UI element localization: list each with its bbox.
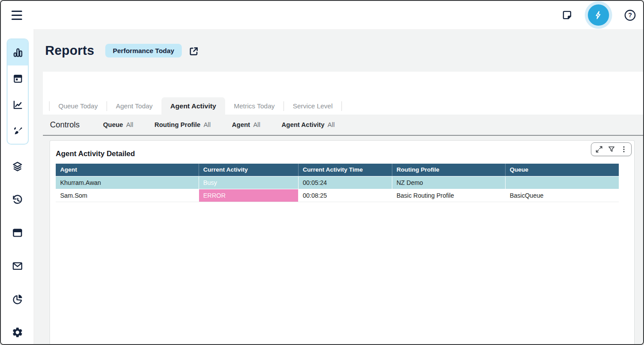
sidebar-item-layers[interactable] <box>12 161 23 172</box>
filter-agent-activity[interactable]: Agent Activity All <box>282 121 335 128</box>
help-icon[interactable]: ? <box>624 9 636 21</box>
tab-agent-today[interactable]: Agent Today <box>107 97 161 115</box>
tab-metrics-today[interactable]: Metrics Today <box>225 97 284 115</box>
history-icon <box>12 194 23 206</box>
sidebar-item-mail[interactable] <box>12 260 23 272</box>
calendar-icon <box>12 73 23 84</box>
controls-row: Controls Queue All Routing Profile All A… <box>43 115 643 136</box>
layers-icon <box>12 161 23 172</box>
agent-activity-table: Agent Current Activity Current Activity … <box>56 164 619 202</box>
svg-text:?: ? <box>628 12 632 19</box>
report-badge: Performance Today <box>105 44 182 58</box>
current-activity-time-cell: 00:05:24 <box>298 176 392 189</box>
bar-chart-icon <box>12 47 23 58</box>
queue-cell <box>505 176 619 189</box>
tab-divider <box>341 101 342 111</box>
brush-icon <box>12 125 23 137</box>
column-header-agent[interactable]: Agent <box>56 164 199 176</box>
column-header-queue[interactable]: Queue <box>505 164 619 176</box>
page-title: Reports <box>45 43 94 58</box>
line-chart-icon <box>12 99 23 111</box>
note-icon[interactable] <box>561 9 573 21</box>
report-tabs: Queue Today Agent Today Agent Activity M… <box>49 97 342 115</box>
filter-queue[interactable]: Queue All <box>103 121 133 128</box>
mail-icon <box>12 260 23 272</box>
tabs-band: Queue Today Agent Today Agent Activity M… <box>43 72 643 115</box>
sidebar-item-history[interactable] <box>12 194 23 206</box>
pie-chart-icon <box>12 293 23 305</box>
sidebar-report-group <box>7 38 29 145</box>
sidebar-item-window[interactable] <box>12 227 23 239</box>
agent-table-body: Khurram.AwanBusy00:05:24NZ DemoSam.SomER… <box>56 176 619 202</box>
gear-icon <box>12 326 23 338</box>
tab-queue-today[interactable]: Queue Today <box>50 97 107 115</box>
table-row[interactable]: Khurram.AwanBusy00:05:24NZ Demo <box>56 176 619 189</box>
filter-icon[interactable] <box>606 144 617 155</box>
top-bar: ? <box>1 1 643 29</box>
widget-title: Agent Activity Detailed <box>56 150 135 158</box>
table-header-row: Agent Current Activity Current Activity … <box>56 164 619 176</box>
agent-activity-widget: Agent Activity Detailed Agent Current Ac… <box>50 140 635 344</box>
tab-agent-activity[interactable]: Agent Activity <box>161 97 225 115</box>
agent-cell: Khurram.Awan <box>56 176 199 189</box>
expand-icon[interactable] <box>593 144 605 155</box>
sidebar <box>1 29 34 344</box>
topbar-actions: ? <box>561 1 636 29</box>
window-icon <box>12 227 23 239</box>
column-header-current-activity-time[interactable]: Current Activity Time <box>298 164 392 176</box>
external-link-icon[interactable] <box>188 46 199 57</box>
app-window: ? <box>0 0 644 345</box>
routing-profile-cell: Basic Routing Profile <box>392 189 505 202</box>
tab-service-level[interactable]: Service Level <box>284 97 341 115</box>
filter-routing-profile[interactable]: Routing Profile All <box>154 121 211 128</box>
sidebar-item-customize[interactable] <box>8 118 28 144</box>
current-activity-cell: Busy <box>199 176 298 189</box>
queue-cell: BasicQueue <box>505 189 619 202</box>
kebab-menu-icon[interactable] <box>618 144 629 155</box>
filter-agent[interactable]: Agent All <box>232 121 260 128</box>
flash-button-halo <box>585 1 612 29</box>
controls-label: Controls <box>50 120 80 130</box>
routing-profile-cell: NZ Demo <box>392 176 505 189</box>
flash-icon[interactable] <box>588 4 609 26</box>
column-header-current-activity[interactable]: Current Activity <box>199 164 298 176</box>
sidebar-item-pie-reports[interactable] <box>12 293 23 305</box>
main-content: Reports Performance Today Queue Today Ag… <box>34 29 643 344</box>
sidebar-item-settings[interactable] <box>12 326 23 338</box>
sidebar-item-analytics[interactable] <box>8 92 28 118</box>
table-row[interactable]: Sam.SomERROR00:08:25Basic Routing Profil… <box>56 189 619 202</box>
current-activity-cell: ERROR <box>199 189 298 202</box>
sidebar-item-dashboards[interactable] <box>8 39 28 65</box>
current-activity-time-cell: 00:08:25 <box>298 189 392 202</box>
agent-cell: Sam.Som <box>56 189 199 202</box>
widget-toolbar <box>591 142 632 156</box>
column-header-routing-profile[interactable]: Routing Profile <box>392 164 505 176</box>
sidebar-item-schedule[interactable] <box>8 65 28 92</box>
menu-icon[interactable] <box>12 9 24 21</box>
